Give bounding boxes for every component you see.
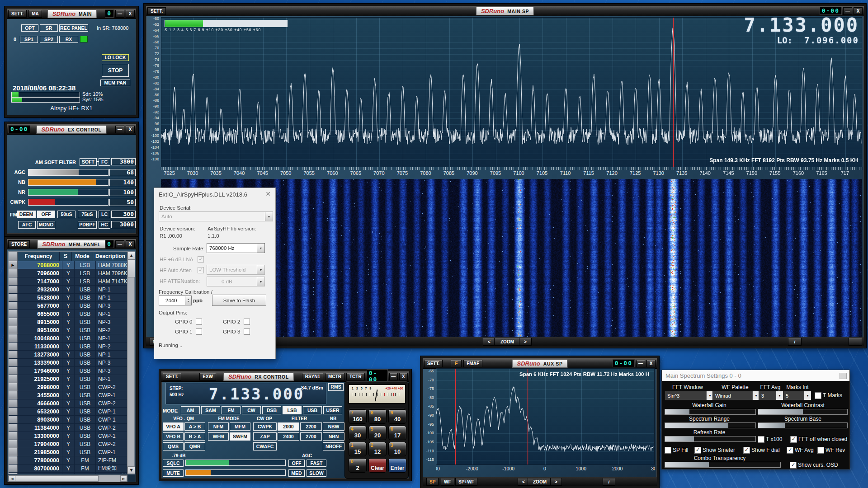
show-smeter-checkbox[interactable]: ✓ <box>694 447 701 454</box>
zoom-in-button[interactable]: > <box>519 338 532 346</box>
scroll-up-button[interactable]: ▲ <box>127 252 135 259</box>
close-button[interactable]: X <box>854 7 863 15</box>
deem-button[interactable]: DEEM <box>17 211 36 218</box>
fft-window-combo[interactable]: Sin^3▼ <box>665 391 714 400</box>
hc-button[interactable]: HC <box>99 221 110 229</box>
auto-atten-checkbox[interactable]: ✓ <box>198 267 204 273</box>
nbn-button[interactable]: NBN <box>323 432 344 441</box>
rx-button[interactable]: RX <box>59 36 78 43</box>
table-row[interactable]: 2998000YUSBCWP-2 <box>9 383 127 391</box>
minimize-button[interactable]: — <box>636 360 645 367</box>
zoom-out-button[interactable]: < <box>483 338 495 346</box>
hscroll-thumb[interactable] <box>15 475 99 482</box>
table-row[interactable]: 77800000YFMZIP-FM <box>9 456 127 465</box>
close-button[interactable]: X <box>126 126 135 133</box>
wf-avg-checkbox[interactable]: ✓ <box>787 447 793 454</box>
col-scan[interactable]: S <box>60 252 72 261</box>
cwpk-button[interactable]: CWPK <box>253 422 277 431</box>
stop-button[interactable]: STOP <box>102 64 129 77</box>
qms-button[interactable]: QMS <box>163 442 184 450</box>
spwf-view-button[interactable]: SP+WF <box>455 478 477 486</box>
key-12[interactable]: 212 <box>368 442 387 456</box>
cwafc-button[interactable]: CWAFC <box>253 442 277 450</box>
table-row[interactable]: 6532000YUSBCWP-1 <box>9 408 127 416</box>
info-button[interactable]: i <box>603 478 615 486</box>
threshold-combo[interactable]: LOW Threshold ▼ <box>207 265 265 275</box>
attenuation-combo[interactable]: 0 dB ▼ <box>207 277 265 286</box>
b-a-button[interactable]: B > A <box>184 432 205 441</box>
sp-fill-checkbox[interactable] <box>665 447 671 454</box>
close-button[interactable]: X <box>126 10 135 18</box>
minimize-button[interactable]: — <box>115 126 124 133</box>
fft-avg-combo[interactable]: 3▼ <box>759 391 783 400</box>
scroll-thumb[interactable] <box>127 259 135 277</box>
freq-cal-spinner[interactable]: 2440 ▲▼ <box>159 296 192 305</box>
50us-button[interactable]: 50uS <box>57 211 75 218</box>
dialog-close-icon[interactable]: ✕ <box>265 190 271 197</box>
corner-button[interactable] <box>849 338 862 346</box>
settings-title-button[interactable] <box>840 373 847 379</box>
table-row[interactable]: 82500000YFMNHK FM愛知 <box>9 473 127 474</box>
info-button[interactable]: i <box>788 338 802 346</box>
gpio2-checkbox[interactable] <box>244 319 250 325</box>
table-row[interactable]: 8915000YUSBNP-3 <box>9 318 127 326</box>
wfm-button[interactable]: WFM <box>208 432 229 441</box>
nfm-button[interactable]: NFM <box>208 422 229 431</box>
fc-button[interactable]: FC <box>99 158 110 166</box>
minimize-button[interactable]: — <box>115 10 124 18</box>
tctr-button[interactable]: TCTR <box>346 373 365 380</box>
fmaf-button[interactable]: FMAF <box>463 360 482 367</box>
key-2[interactable]: 02 <box>349 458 367 473</box>
table-row[interactable]: 6655000YUSBNP-1 <box>9 310 127 318</box>
lc-button[interactable]: LC <box>99 211 110 218</box>
vertical-scrollbar[interactable]: ▲ ▼ <box>127 252 134 474</box>
minimize-button[interactable]: — <box>115 240 124 248</box>
wf-palette-combo[interactable]: Winrad▼ <box>712 391 760 400</box>
mem-pan-button[interactable]: MEM PAN <box>100 80 130 86</box>
gpio1-checkbox[interactable] <box>196 328 202 335</box>
table-row[interactable]: 5677000YUSBNP-3 <box>9 302 127 310</box>
sp1-button[interactable]: SP1 <box>20 36 38 43</box>
t-marks-checkbox[interactable] <box>815 392 821 399</box>
table-row[interactable]: 21985000YUSBCWP-1 <box>9 448 127 456</box>
minimize-button[interactable]: — <box>843 7 852 15</box>
table-row[interactable]: 17946000YUSBNP-3 <box>9 367 127 375</box>
key-clear[interactable]: Clear <box>368 458 387 473</box>
key-15[interactable]: 115 <box>349 442 367 456</box>
gpio0-checkbox[interactable] <box>196 319 202 325</box>
2700-button[interactable]: 2700 <box>300 432 322 441</box>
key-20[interactable]: 520 <box>368 426 387 440</box>
opt-button[interactable]: OPT <box>21 24 38 32</box>
mute-button[interactable]: MUTE <box>163 469 184 477</box>
agc-med-button[interactable]: MED <box>288 469 305 477</box>
table-row[interactable]: 11330000YUSBNP-2 <box>9 343 127 351</box>
scroll-down-button[interactable]: ▼ <box>127 466 135 474</box>
afc-button[interactable]: AFC <box>18 221 36 229</box>
table-row[interactable]: 80700000YFMFM愛知 <box>9 465 127 473</box>
mode-fm-button[interactable]: FM <box>222 406 241 414</box>
table-row[interactable]: 13273000YUSBNP-1 <box>9 351 127 359</box>
squelch-slider[interactable] <box>185 460 286 466</box>
sample-rate-combo[interactable]: 768000 Hz ▼ <box>207 243 265 253</box>
lna-checkbox[interactable]: ✓ <box>198 256 204 263</box>
scroll-right-button[interactable]: ► <box>120 475 127 482</box>
key-40[interactable]: 940 <box>388 409 406 424</box>
2000-button[interactable]: 2000 <box>278 422 299 431</box>
mode-lsb-button[interactable]: LSB <box>283 406 302 414</box>
mfm-button[interactable]: MFM <box>230 422 250 431</box>
table-row[interactable]: 4666000YUSBCWP-2 <box>9 399 127 408</box>
mctr-button[interactable]: MCTR <box>325 373 344 380</box>
waterfall-gain-slider[interactable] <box>665 409 756 415</box>
col-description[interactable]: Description <box>93 252 127 261</box>
combo-transparency-slider[interactable] <box>665 462 781 468</box>
mono-button[interactable]: MONO <box>37 221 55 229</box>
sqlc-button[interactable]: SQLC <box>163 460 184 467</box>
zoom-in-button[interactable]: > <box>550 478 562 486</box>
sett-button[interactable]: SETT. <box>163 373 181 380</box>
f-button[interactable]: F <box>451 360 462 367</box>
table-row[interactable]: 5628000YUSBNP-1 <box>9 294 127 302</box>
exw-button[interactable]: EXW <box>199 373 216 380</box>
pdbpf-button[interactable]: PDBPF <box>78 221 97 229</box>
table-row[interactable]: 13339000YUSBNP-3 <box>9 359 127 367</box>
75us-button[interactable]: 75uS <box>78 211 97 218</box>
